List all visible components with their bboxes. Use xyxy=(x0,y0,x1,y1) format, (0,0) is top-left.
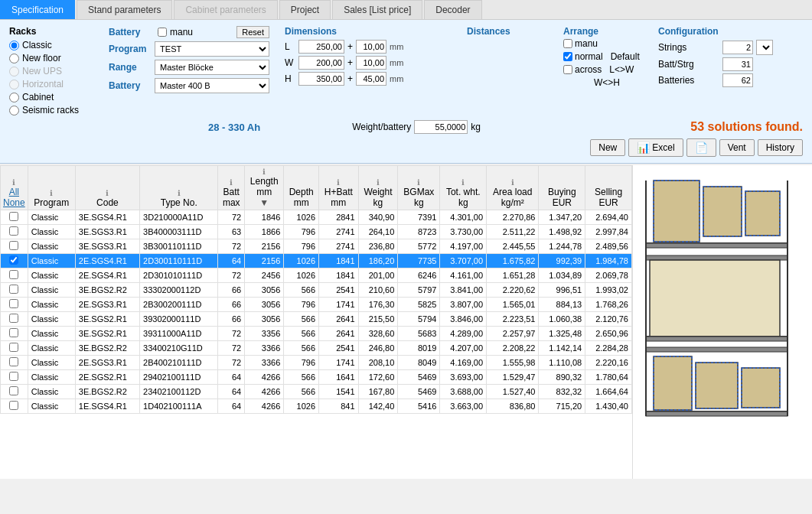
table-row[interactable]: Classic1E.SGS4.R11D402100111A64426610268… xyxy=(1,399,632,414)
table-row[interactable]: Classic2E.SGS4.R12D301010111D72245610261… xyxy=(1,268,632,283)
row-checkbox-10[interactable] xyxy=(9,357,18,366)
tab-project[interactable]: Project xyxy=(279,0,331,19)
all-none-links[interactable]: All None xyxy=(3,187,25,208)
row-checkbox-0[interactable] xyxy=(9,212,18,221)
cell-checkbox[interactable] xyxy=(1,399,28,414)
info-icon-batt[interactable]: ℹ xyxy=(230,178,233,187)
tab-cabinet-parameters[interactable]: Cabinet parameters xyxy=(174,0,277,19)
cell-checkbox[interactable] xyxy=(1,210,28,225)
config-strings-select[interactable]: ▼ xyxy=(756,40,773,55)
weight-input[interactable] xyxy=(414,120,468,134)
rack-classic[interactable]: Classic xyxy=(9,40,101,50)
row-checkbox-13[interactable] xyxy=(9,401,18,410)
config-batteries-input[interactable] xyxy=(722,73,753,87)
table-row[interactable]: Classic3E.SGS4.R13D210000A11D72184610262… xyxy=(1,210,632,225)
vent-button[interactable]: Vent xyxy=(719,139,755,156)
row-checkbox-12[interactable] xyxy=(9,386,18,395)
cell-checkbox[interactable] xyxy=(1,370,28,385)
table-row[interactable]: Classic3E.BGS2.R223402100112D64426656615… xyxy=(1,385,632,399)
rack-cabinet[interactable]: Cabinet xyxy=(9,92,101,102)
arrange-across-check-label[interactable]: across xyxy=(563,64,602,75)
arrange-manu-check-label[interactable]: manu xyxy=(563,38,598,49)
th-length[interactable]: ℹ Length mm ▼ xyxy=(245,166,284,210)
row-checkbox-5[interactable] xyxy=(9,285,18,294)
cell-checkbox[interactable] xyxy=(1,327,28,341)
info-icon-bgmax[interactable]: ℹ xyxy=(417,178,420,187)
arrange-normal-checkbox[interactable] xyxy=(563,52,572,61)
table-row[interactable]: Classic2E.SGS3.R12B400210111D72336679617… xyxy=(1,356,632,370)
cell-checkbox[interactable] xyxy=(1,385,28,399)
info-icon-area[interactable]: ℹ xyxy=(511,178,514,187)
cell-checkbox[interactable] xyxy=(1,283,28,298)
dim-H-input[interactable] xyxy=(298,72,344,86)
dim-H-dist-input[interactable] xyxy=(356,72,386,86)
info-icon-all[interactable]: ℹ xyxy=(12,178,15,187)
table-row[interactable]: Classic2E.SGS2.R129402100111D64426656616… xyxy=(1,370,632,385)
info-icon-weight[interactable]: ℹ xyxy=(377,178,380,187)
table-row[interactable]: Classic3E.BGS2.R233400210G11D72336656625… xyxy=(1,341,632,356)
cell-checkbox[interactable] xyxy=(1,225,28,239)
table-row[interactable]: Classic3E.SGS3.R13B400003111D63186679627… xyxy=(1,225,632,239)
manu-checkbox[interactable] xyxy=(158,28,167,37)
info-icon-length[interactable]: ℹ xyxy=(263,168,266,176)
row-checkbox-8[interactable] xyxy=(9,328,18,337)
cell-checkbox[interactable] xyxy=(1,312,28,327)
dim-W-dist-input[interactable] xyxy=(356,56,386,70)
table-row[interactable]: Classic3E.SGS2.R139302000111D66305656626… xyxy=(1,312,632,327)
row-checkbox-2[interactable] xyxy=(9,241,18,250)
dim-L-dist-input[interactable] xyxy=(356,40,386,54)
table-row[interactable]: Classic2E.SGS3.R12B300200111D66305679617… xyxy=(1,298,632,312)
arrange-across-checkbox[interactable] xyxy=(563,65,572,74)
rack-seismic-radio[interactable] xyxy=(9,106,19,115)
rack-cabinet-radio[interactable] xyxy=(9,93,19,102)
range-select[interactable]: Master Blöcke xyxy=(155,60,269,75)
row-checkbox-11[interactable] xyxy=(9,372,18,381)
new-button[interactable]: New xyxy=(590,139,625,156)
table-container[interactable]: ℹ All None ℹ Program xyxy=(0,165,632,479)
battery-select[interactable]: Master 400 B xyxy=(155,78,269,93)
excel-button[interactable]: 📊 Excel xyxy=(628,138,683,157)
cell-checkbox[interactable] xyxy=(1,356,28,370)
info-icon-type[interactable]: ℹ xyxy=(178,189,181,197)
table-row[interactable]: Classic2E.SGS4.R12D300110111D64215610261… xyxy=(1,254,632,268)
pdf-button[interactable]: 📄 xyxy=(686,138,716,157)
info-icon-program[interactable]: ℹ xyxy=(50,189,53,197)
row-checkbox-1[interactable] xyxy=(9,226,18,236)
config-strings-input[interactable] xyxy=(722,41,753,54)
cell-checkbox[interactable] xyxy=(1,298,28,312)
reset-button[interactable]: Reset xyxy=(236,26,269,38)
table-row[interactable]: Classic3E.SGS2.R139311000A11D72335656626… xyxy=(1,327,632,341)
tab-specification[interactable]: Specification xyxy=(0,0,75,19)
tab-decoder[interactable]: Decoder xyxy=(424,0,481,19)
manu-row[interactable]: manu xyxy=(158,27,193,37)
rack-new-floor[interactable]: New floor xyxy=(9,53,101,63)
tab-sales[interactable]: Sales [List price] xyxy=(332,0,422,19)
cell-checkbox[interactable] xyxy=(1,341,28,356)
rack-seismic[interactable]: Seismic racks xyxy=(9,105,101,115)
arrange-manu-checkbox[interactable] xyxy=(563,39,572,48)
cell-checkbox[interactable] xyxy=(1,239,28,254)
table-row[interactable]: Classic3E.BGS2.R233302000112D66305656625… xyxy=(1,283,632,298)
dim-W-input[interactable] xyxy=(298,56,344,70)
rack-new-floor-radio[interactable] xyxy=(9,54,19,63)
table-row[interactable]: Classic3E.SGS3.R13B300110111D72215679627… xyxy=(1,239,632,254)
history-button[interactable]: History xyxy=(758,139,803,156)
row-checkbox-3[interactable] xyxy=(9,255,18,265)
row-checkbox-9[interactable] xyxy=(9,343,18,352)
info-icon-hbatt[interactable]: ℹ xyxy=(337,178,340,187)
all-link[interactable]: All xyxy=(3,187,25,197)
row-checkbox-7[interactable] xyxy=(9,314,18,323)
info-icon-code[interactable]: ℹ xyxy=(106,189,109,197)
row-checkbox-6[interactable] xyxy=(9,299,18,308)
program-select[interactable]: TEST xyxy=(155,41,269,57)
cell-checkbox[interactable] xyxy=(1,254,28,268)
info-icon-tot[interactable]: ℹ xyxy=(461,178,465,187)
tab-stand-parameters[interactable]: Stand parameters xyxy=(77,0,172,19)
config-battstrg-input[interactable] xyxy=(722,57,753,71)
row-checkbox-4[interactable] xyxy=(9,270,18,279)
dim-L-input[interactable] xyxy=(298,40,344,54)
rack-classic-radio[interactable] xyxy=(9,41,19,50)
none-link[interactable]: None xyxy=(3,197,25,208)
cell-checkbox[interactable] xyxy=(1,268,28,283)
arrange-normal-check-label[interactable]: normal xyxy=(563,51,603,62)
